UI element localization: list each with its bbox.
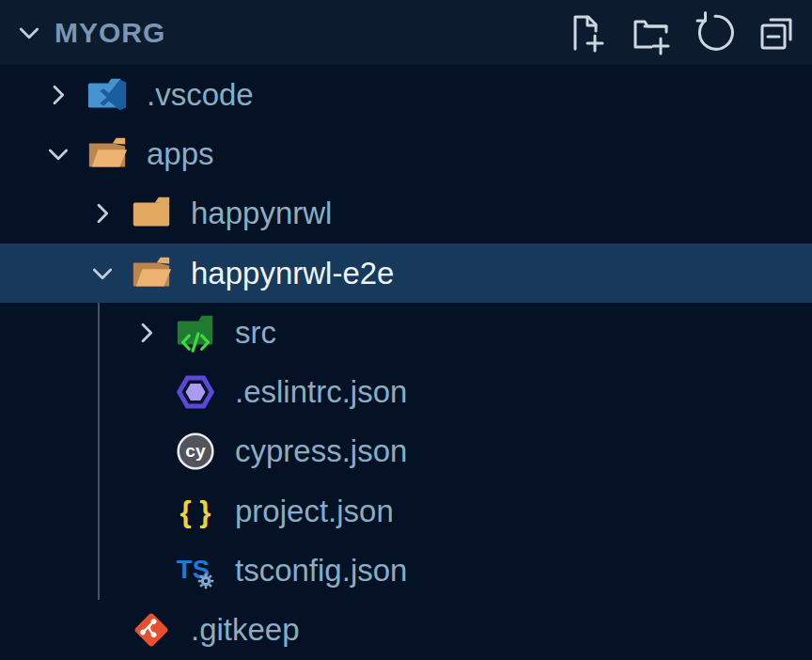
vscode-folder-icon xyxy=(83,71,132,119)
explorer-section-header[interactable]: MYORG xyxy=(0,0,812,65)
tree-item-tsconfig.json[interactable]: TStsconfig.json xyxy=(0,541,812,600)
tree-item-label: apps xyxy=(147,136,214,172)
refresh-button[interactable] xyxy=(690,9,737,56)
chevron-down-icon[interactable] xyxy=(11,15,47,51)
chevron-right-icon[interactable] xyxy=(122,308,171,357)
tree-item-.vscode[interactable]: .vscode xyxy=(0,65,812,124)
chevron-right-icon[interactable] xyxy=(34,71,83,119)
git-icon xyxy=(127,605,176,654)
collapse-all-button[interactable] xyxy=(754,9,801,56)
tree-item-label: src xyxy=(235,315,276,351)
new-file-button[interactable] xyxy=(562,9,609,56)
json-braces-icon: { } xyxy=(171,487,220,536)
svg-text:cy: cy xyxy=(185,442,206,462)
tree-item-src[interactable]: src xyxy=(0,303,812,362)
twisty-spacer xyxy=(122,487,171,536)
tree-item-label: happynrwl xyxy=(191,196,332,231)
tree-item-label: cypress.json xyxy=(235,433,407,469)
tree-item-apps[interactable]: apps xyxy=(0,124,812,183)
twisty-spacer xyxy=(122,368,171,416)
collapse-all-icon xyxy=(755,10,800,55)
tree-item-label: project.json xyxy=(235,494,394,529)
twisty-spacer xyxy=(122,427,171,476)
chevron-down-icon[interactable] xyxy=(78,249,127,298)
new-folder-button[interactable] xyxy=(626,9,673,56)
explorer-panel: MYORG .vscodeappshappynrwlhappynrwl-e2es… xyxy=(0,0,812,660)
project-title: MYORG xyxy=(55,17,165,49)
src-folder-icon xyxy=(171,308,220,357)
tree-item-project.json[interactable]: { }project.json xyxy=(0,481,812,541)
tree-item-label: .vscode xyxy=(147,77,254,113)
tree-item-cypress.json[interactable]: cycypress.json xyxy=(0,422,812,481)
tree-item-happynrwl[interactable]: happynrwl xyxy=(0,184,812,244)
svg-text:{ }: { } xyxy=(180,495,211,528)
folder-open-icon xyxy=(127,249,176,298)
tree-item-.gitkeep[interactable]: .gitkeep xyxy=(0,601,812,660)
eslint-icon xyxy=(171,368,220,416)
refresh-icon xyxy=(691,10,736,55)
folder-icon xyxy=(127,189,176,238)
twisty-spacer xyxy=(78,605,127,654)
twisty-spacer xyxy=(122,546,171,595)
explorer-toolbar xyxy=(562,9,801,56)
folder-open-icon xyxy=(83,130,132,179)
tree-item-label: happynrwl-e2e xyxy=(191,256,394,291)
tree-item-label: tsconfig.json xyxy=(235,553,407,589)
tree-item-happynrwl-e2e[interactable]: happynrwl-e2e xyxy=(0,244,812,303)
tree-item-label: .gitkeep xyxy=(191,612,300,648)
new-folder-icon xyxy=(627,10,672,55)
tree-item-.eslintrc.json[interactable]: .eslintrc.json xyxy=(0,362,812,421)
new-file-icon xyxy=(563,10,608,55)
tree-item-label: .eslintrc.json xyxy=(235,374,407,410)
tsconfig-icon: TS xyxy=(171,546,220,595)
chevron-down-icon[interactable] xyxy=(34,130,83,179)
chevron-right-icon[interactable] xyxy=(78,189,127,238)
file-tree: .vscodeappshappynrwlhappynrwl-e2esrc.esl… xyxy=(0,65,812,660)
cypress-icon: cy xyxy=(171,427,220,476)
